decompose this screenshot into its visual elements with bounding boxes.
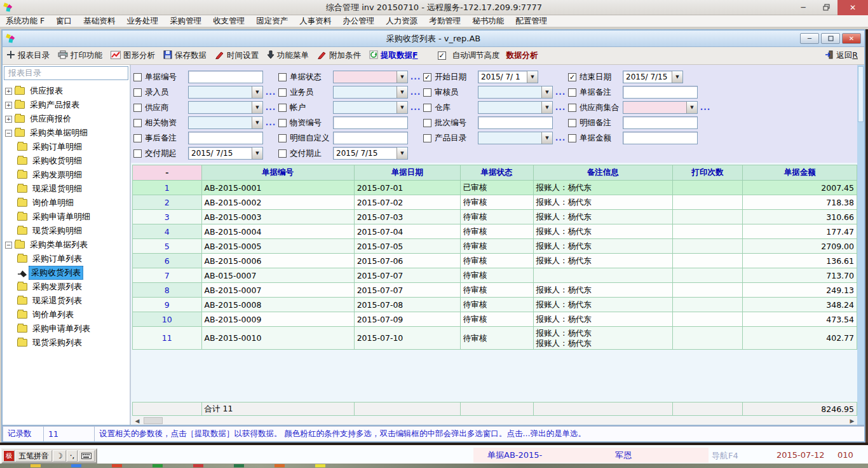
filter-combo[interactable]: ▼ xyxy=(188,101,263,114)
tree-item-14[interactable]: 采购发票列表 xyxy=(5,280,130,294)
tree-item-3[interactable]: −采购类单据明细 xyxy=(5,126,130,140)
menu-item-11[interactable]: 秘书功能 xyxy=(466,16,510,27)
table-row[interactable]: 5AB-2015-00052015-07-05待审核报账人：杨代东2709.00 xyxy=(133,239,857,254)
filter-checkbox[interactable] xyxy=(423,88,431,97)
ellipsis-button[interactable]: ... xyxy=(698,103,713,112)
tree-item-10[interactable]: 现货采购明细 xyxy=(5,224,130,238)
tree-expander-icon[interactable]: − xyxy=(5,242,12,249)
filter-text-input[interactable] xyxy=(478,116,553,129)
filter-text-input[interactable] xyxy=(188,132,263,144)
filter-text-input[interactable] xyxy=(333,116,408,129)
filter-checkbox[interactable] xyxy=(133,149,142,158)
filter-checkbox[interactable] xyxy=(133,104,142,112)
toolbar-button-6[interactable]: 附加条件 xyxy=(317,50,361,61)
filter-checkbox[interactable] xyxy=(278,88,287,97)
filter-checkbox[interactable] xyxy=(278,104,287,112)
ime-punctuation-icon[interactable]: ·, xyxy=(67,450,78,462)
filter-combo[interactable]: ▼ xyxy=(478,86,553,99)
filter-checkbox[interactable] xyxy=(568,119,576,127)
filter-combo[interactable]: ▼ xyxy=(188,116,263,129)
filter-checkbox[interactable] xyxy=(133,73,142,81)
menu-item-4[interactable]: 采购管理 xyxy=(164,16,207,27)
toolbar-button-5[interactable]: 功能菜单 xyxy=(267,50,309,61)
filter-combo[interactable]: ▼ xyxy=(333,101,408,114)
ime-moon-icon[interactable]: ☽ xyxy=(53,450,66,462)
scrollbar-thumb[interactable] xyxy=(144,417,163,424)
ellipsis-button[interactable]: ... xyxy=(263,88,278,97)
ellipsis-button[interactable]: ... xyxy=(408,103,423,112)
filter-checkbox[interactable] xyxy=(423,119,431,127)
tree-item-12[interactable]: 采购订单列表 xyxy=(5,252,130,266)
filter-date-picker[interactable]: 2015/ 7/ 1▼ xyxy=(478,71,538,83)
taskbar-icon[interactable] xyxy=(153,464,163,467)
ime-mode-label[interactable]: 五笔拼音 xyxy=(15,450,52,462)
data-analysis-button[interactable]: 数据分析 xyxy=(506,50,538,61)
ime-toolbar[interactable]: 极 五笔拼音 ☽ ·, xyxy=(1,448,97,464)
bottom-nav-label[interactable]: 导航F4 xyxy=(712,450,738,462)
filter-checkbox[interactable] xyxy=(278,134,287,142)
filter-checkbox[interactable] xyxy=(133,88,142,97)
filter-checkbox[interactable] xyxy=(278,149,287,158)
chevron-down-icon[interactable]: ▼ xyxy=(252,117,262,128)
chevron-down-icon[interactable]: ▼ xyxy=(252,86,262,98)
filter-date-picker[interactable]: 2015/ 7/15▼ xyxy=(623,71,683,83)
table-row[interactable]: 2AB-2015-00022015-07-02待审核报账人：杨代东718.38 xyxy=(133,195,857,210)
filter-checkbox[interactable] xyxy=(568,134,576,142)
menu-item-10[interactable]: 考勤管理 xyxy=(423,16,466,27)
toolbar-button-7[interactable]: 提取数据F xyxy=(369,50,418,61)
filter-checkbox[interactable] xyxy=(133,134,142,142)
ellipsis-button[interactable]: ... xyxy=(263,118,278,127)
taskbar-icon[interactable] xyxy=(275,464,285,467)
filter-combo[interactable]: ▼ xyxy=(333,86,408,99)
filter-checkbox[interactable]: ✓ xyxy=(568,73,576,81)
taskbar-icon[interactable] xyxy=(315,464,325,467)
scroll-right-arrow-icon[interactable]: ▶ xyxy=(847,418,857,424)
menu-item-3[interactable]: 业务处理 xyxy=(121,16,164,27)
filter-text-input[interactable] xyxy=(188,71,263,83)
chevron-down-icon[interactable]: ▼ xyxy=(686,102,697,113)
menu-item-12[interactable]: 配置管理 xyxy=(510,16,553,27)
child-maximize-button[interactable] xyxy=(821,33,840,44)
filter-date-picker[interactable]: 2015/ 7/15▼ xyxy=(333,147,408,160)
column-header[interactable]: 备注信息 xyxy=(533,165,672,181)
tree-item-9[interactable]: 采购申请单明细 xyxy=(5,210,130,224)
tree-item-6[interactable]: 采购发票明细 xyxy=(5,168,130,182)
filter-checkbox[interactable] xyxy=(133,119,142,127)
column-header[interactable]: - xyxy=(133,165,202,181)
scroll-left-arrow-icon[interactable]: ◀ xyxy=(132,418,142,424)
table-row[interactable]: 3AB-2015-00032015-07-03待审核报账人：杨代东310.66 xyxy=(133,210,857,224)
filter-text-input[interactable] xyxy=(333,132,408,144)
vertical-scrollbar[interactable] xyxy=(857,65,864,425)
ellipsis-button[interactable]: ... xyxy=(553,103,568,112)
tree-expander-icon[interactable]: + xyxy=(5,102,12,109)
tree-expander-icon[interactable]: − xyxy=(5,130,12,137)
filter-combo[interactable]: ▼ xyxy=(623,101,698,114)
auto-height-checkbox[interactable]: ✓自动调节高度 xyxy=(438,50,500,61)
column-header[interactable]: 单据日期 xyxy=(354,165,460,181)
menu-item-1[interactable]: 窗口 xyxy=(50,16,78,27)
menu-item-0[interactable]: 系统功能 F xyxy=(0,16,50,27)
child-close-button[interactable]: ✕ xyxy=(842,33,861,44)
table-row[interactable]: 1AB-2015-00012015-07-01已审核报账人：杨代东2007.45 xyxy=(133,181,857,195)
tree-item-17[interactable]: 采购申请单列表 xyxy=(5,322,130,336)
tree-item-18[interactable]: 现货采购列表 xyxy=(5,336,130,350)
ellipsis-button[interactable]: ... xyxy=(263,103,278,112)
tree-item-13[interactable]: 采购收货列表 xyxy=(5,266,130,280)
table-row[interactable]: 11AB-2015-00102015-07-10待审核报账人：杨代东 报账人：杨… xyxy=(133,327,857,350)
toolbar-button-1[interactable]: 打印功能 xyxy=(58,50,102,61)
filter-combo[interactable]: ▼ xyxy=(478,101,553,114)
tree-expander-icon[interactable]: + xyxy=(5,88,12,95)
ellipsis-button[interactable]: ... xyxy=(553,88,568,97)
tree-item-11[interactable]: −采购类单据列表 xyxy=(5,238,130,252)
ime-logo-icon[interactable]: 极 xyxy=(3,450,15,462)
ime-keyboard-icon[interactable] xyxy=(78,450,95,462)
ellipsis-button[interactable]: ... xyxy=(553,134,568,142)
table-row[interactable]: 6AB-2015-00062015-07-06待审核报账人：杨代东136.61 xyxy=(133,254,857,268)
return-button[interactable]: 返回R xyxy=(825,50,858,61)
taskbar-icon[interactable] xyxy=(71,464,81,467)
filter-date-picker[interactable]: 2015/ 7/15▼ xyxy=(188,147,263,160)
chevron-down-icon[interactable]: ▼ xyxy=(397,148,407,159)
chevron-down-icon[interactable]: ▼ xyxy=(541,132,552,144)
filter-combo[interactable]: ▼ xyxy=(478,132,553,144)
menu-item-7[interactable]: 人事资料 xyxy=(294,16,337,27)
